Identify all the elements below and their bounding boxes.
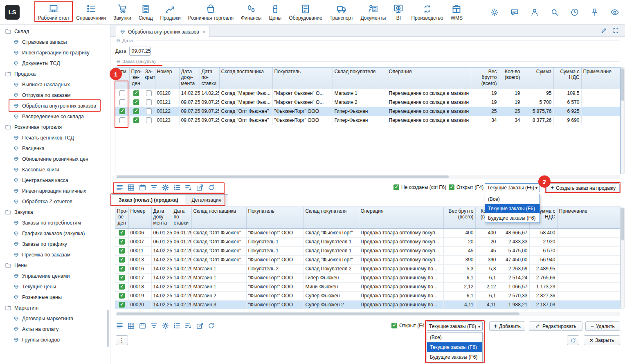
sidebar-item[interactable]: Заказы по графику — [0, 239, 110, 249]
close-button[interactable]: Закрыть — [584, 335, 620, 345]
reload-icon[interactable] — [207, 184, 215, 191]
pin-icon[interactable] — [590, 8, 599, 17]
sidebar-item[interactable]: Страховые запасы — [0, 37, 110, 47]
sales-filter-select[interactable]: Текущие заказы (F6) — [427, 321, 483, 331]
sidebar-item[interactable]: Распределение со склада — [0, 111, 110, 122]
column-header[interactable]: Склад покупателя — [304, 207, 359, 228]
numbered-list-icon[interactable] — [173, 184, 181, 191]
more-menu-button[interactable] — [116, 335, 128, 345]
sidebar-item[interactable]: Акты на оплату — [0, 324, 110, 335]
closed-checkbox[interactable] — [146, 99, 152, 105]
posted-checkbox[interactable] — [133, 99, 139, 105]
column-header[interactable]: Покупатель — [272, 67, 333, 89]
topbar-item[interactable]: WMS — [447, 0, 466, 24]
orders-filter-select[interactable]: Текущие заказы (F6) — [485, 183, 540, 192]
sidebar-item[interactable]: Инвентаризации по графику — [0, 47, 110, 58]
sidebar-item[interactable]: Документы ТСД — [0, 58, 110, 69]
posted-checkbox[interactable] — [119, 284, 125, 290]
date-input[interactable]: 09.07.25 — [129, 47, 151, 56]
sidebar-item[interactable]: Группы складов — [0, 335, 110, 345]
marked-checkbox[interactable] — [119, 108, 125, 114]
sidebar-item[interactable]: Договоры маркетинга — [0, 313, 110, 324]
column-header[interactable]: Примечание — [581, 67, 620, 89]
sales-table-hscrollbar[interactable] — [116, 312, 620, 316]
app-logo[interactable]: LS — [5, 5, 20, 20]
sidebar-item[interactable]: Инвентаризация наличных — [0, 186, 110, 196]
table-row[interactable]: 0000706.01.2506.01.25Склад "Опт Фьюжен"П… — [115, 237, 620, 246]
calendar-icon[interactable] — [139, 184, 146, 191]
sidebar-item[interactable]: Печать ценников ТСД — [0, 133, 110, 143]
dropdown-option[interactable]: Текущие заказы (F6) — [485, 204, 540, 213]
topbar-item[interactable]: Закупки — [110, 0, 135, 24]
column-header[interactable]: Отм. — [115, 67, 129, 89]
scroll-thumb[interactable] — [621, 68, 624, 101]
topbar-item[interactable]: Розничная торговля — [184, 0, 237, 24]
sidebar-item[interactable]: Розничные цены — [0, 292, 110, 303]
column-header[interactable]: Кол-во (всего) — [499, 67, 522, 89]
topbar-item[interactable]: BI — [389, 0, 407, 24]
view-list-icon[interactable] — [116, 184, 124, 191]
posted-checkbox[interactable] — [119, 266, 125, 272]
eye-icon[interactable] — [610, 8, 619, 17]
purchase-table-vscrollbar[interactable] — [621, 67, 625, 174]
edit-pencil-icon[interactable] — [600, 27, 607, 34]
edit-button[interactable]: Редактировать — [529, 321, 582, 331]
collapse-icon[interactable] — [116, 38, 120, 43]
date-group-header[interactable]: Дата — [116, 38, 620, 43]
refresh-button[interactable] — [567, 335, 579, 345]
open-checkbox[interactable]: Открыт (F4) — [391, 323, 426, 328]
column-header[interactable]: Покупатель — [246, 207, 304, 228]
sidebar-item[interactable]: Обработка внутренних заказов — [0, 101, 110, 111]
table-row[interactable]: 0001914.02.2514.02.25Магазин 2"ФьюженТор… — [115, 291, 620, 300]
create-sales-order-button[interactable]: Создать заказ на продажу — [546, 183, 620, 193]
open-external-icon[interactable] — [196, 184, 204, 191]
table-row[interactable]: 0002014.02.2514.02.25Магазин 3"ФьюженТор… — [115, 300, 620, 309]
posted-checkbox[interactable] — [119, 248, 125, 254]
posted-checkbox[interactable] — [119, 275, 125, 281]
posted-checkbox[interactable] — [133, 108, 139, 114]
column-header[interactable]: Дата по- ставки — [200, 67, 219, 89]
table-row[interactable]: 0012014.02.2514.02.25Склад "Маркет Фью..… — [115, 89, 620, 98]
add-button[interactable]: Добавить — [489, 321, 525, 331]
column-header[interactable]: Сумма — [522, 67, 553, 89]
column-header[interactable]: Дата доку- мента — [151, 207, 172, 228]
sales-table-vscrollbar[interactable] — [621, 207, 625, 309]
column-header[interactable]: Про- ве- ден — [129, 67, 143, 89]
sidebar-group[interactable]: Цены — [0, 260, 110, 271]
column-header[interactable]: Сумма с НДС — [553, 67, 581, 89]
topbar-item[interactable]: Транспорт — [326, 0, 357, 24]
column-header[interactable]: Примечание — [557, 207, 620, 228]
dropdown-option[interactable]: Будущие заказы (F6) — [485, 213, 540, 222]
column-header[interactable]: Про- ве- ден — [115, 207, 128, 228]
column-header[interactable]: Склад поставщика — [191, 207, 246, 228]
collapse-icon[interactable] — [116, 59, 120, 64]
tab-close-icon[interactable]: × — [202, 29, 206, 35]
marked-checkbox[interactable] — [119, 99, 125, 105]
clock-icon[interactable] — [570, 8, 579, 17]
column-header[interactable]: Дата по- ставки — [172, 207, 191, 228]
topbar-item[interactable]: Оборудование — [285, 0, 326, 24]
table-row[interactable]: 0001814.02.2514.02.25Магазин 1"ФьюженТор… — [115, 282, 620, 291]
topbar-item[interactable]: Склад — [135, 0, 157, 24]
table-row[interactable]: 0012309.07.2509.07.25Склад "Опт Фьюжен""… — [115, 116, 620, 125]
topbar-item[interactable]: Рабочий стол — [34, 0, 72, 24]
scroll-thumb[interactable] — [117, 175, 449, 178]
search-icon[interactable] — [550, 8, 559, 17]
view-list-icon[interactable] — [116, 322, 124, 330]
topbar-item[interactable]: Продажи — [157, 0, 184, 24]
table-row[interactable]: 0012109.07.2509.07.25Склад "Маркет Фью..… — [115, 98, 620, 107]
dropdown-option[interactable]: (Все) — [485, 194, 540, 204]
column-header[interactable]: За- крыт — [143, 67, 155, 89]
sidebar-item[interactable]: Графики заказов (закупка) — [0, 228, 110, 239]
posted-checkbox[interactable] — [119, 230, 125, 236]
user-icon[interactable] — [530, 8, 539, 17]
open-external-icon[interactable] — [196, 322, 204, 330]
column-header[interactable]: Операция — [359, 207, 443, 228]
topbar-item[interactable]: Финансы — [237, 0, 265, 24]
marked-checkbox[interactable] — [119, 90, 125, 96]
column-header[interactable]: Номер — [155, 67, 179, 89]
tab-detalization[interactable]: Детализация — [185, 194, 228, 205]
table-row[interactable]: 0012209.07.2509.07.25Склад "Опт Фьюжен""… — [115, 107, 620, 116]
sort-lines-icon[interactable] — [184, 322, 192, 330]
settings-gear-icon[interactable] — [490, 8, 499, 17]
